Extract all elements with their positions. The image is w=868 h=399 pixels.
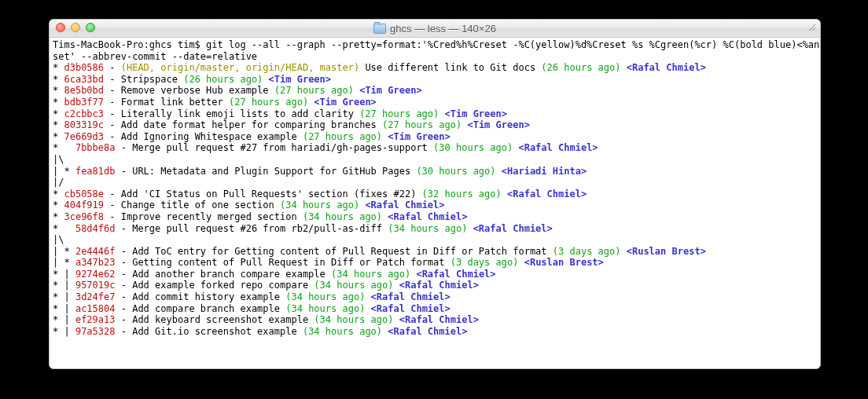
zoom-icon[interactable] (86, 23, 95, 32)
terminal-window: ghcs — less — 140×26 Tims-MacBook-Pro:gh… (49, 19, 821, 369)
terminal-body[interactable]: Tims-MacBook-Pro:ghcs tim$ git log --all… (50, 38, 820, 339)
window-title-text: ghcs — less — 140×26 (390, 23, 496, 35)
close-icon[interactable] (56, 23, 65, 32)
window-title: ghcs — less — 140×26 (373, 23, 496, 35)
minimize-icon[interactable] (71, 23, 80, 32)
window-traffic-lights (56, 23, 95, 32)
folder-icon (373, 24, 386, 34)
window-titlebar: ghcs — less — 140×26 (50, 20, 820, 38)
svg-line-0 (809, 24, 815, 31)
svg-line-1 (812, 27, 815, 31)
resize-icon[interactable] (807, 22, 818, 33)
